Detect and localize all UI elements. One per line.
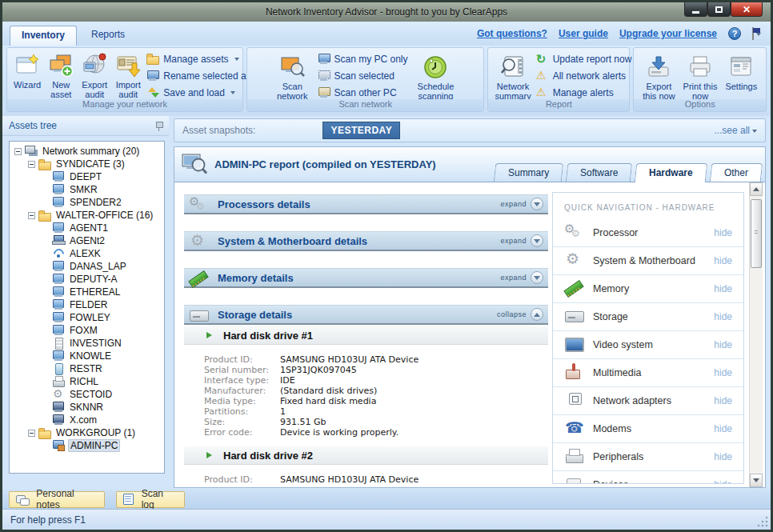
quick-nav-item[interactable]: System & Motherboard hide	[553, 246, 743, 274]
tree-item[interactable]: DANAS_LAP	[10, 260, 164, 273]
network-summary-button[interactable]: Network summary	[491, 52, 534, 102]
tree-item[interactable]: AGENT1	[10, 222, 164, 234]
export-this-now-button[interactable]: Export this now	[639, 52, 678, 102]
schedule-scanning-button[interactable]: Schedule scanning	[415, 52, 458, 102]
tree-item-icon	[52, 363, 65, 374]
see-all-link[interactable]: ...see all	[714, 125, 757, 136]
close-button[interactable]: ✕	[731, 2, 763, 17]
got-questions-link[interactable]: Got questions?	[477, 28, 547, 39]
all-network-alerts-button[interactable]: ⚠ All network alerts	[536, 70, 632, 82]
section-system-motherboard[interactable]: System & Motherboard details expand	[184, 231, 548, 251]
quick-nav-item-icon	[564, 391, 585, 410]
hide-link[interactable]: hide	[714, 227, 732, 238]
tree-item[interactable]: WALTER-OFFICE (16)	[10, 209, 164, 222]
tab-reports[interactable]: Reports	[80, 26, 136, 46]
tree-item[interactable]: Network summary (20)	[10, 145, 164, 158]
quick-nav-item[interactable]: Devices hide	[553, 470, 743, 484]
tab-hardware[interactable]: Hardware	[635, 163, 707, 182]
tree-item-icon	[38, 210, 51, 221]
tree-expander-icon[interactable]	[28, 212, 35, 219]
tree-item[interactable]: SECTOID	[10, 388, 164, 401]
tree-item[interactable]: AGENt2	[10, 234, 164, 247]
hide-link[interactable]: hide	[714, 367, 732, 378]
quick-nav-item-icon	[564, 447, 585, 466]
vertical-scrollbar[interactable]	[749, 182, 763, 487]
status-text: For help press F1	[10, 514, 86, 526]
tree-item[interactable]: FOWLEY	[10, 311, 164, 324]
hide-link[interactable]: hide	[714, 339, 732, 350]
quick-nav-item[interactable]: Memory hide	[553, 274, 743, 302]
section-storage[interactable]: Storage details collapse	[184, 305, 548, 325]
tree-item[interactable]: X.com	[10, 414, 164, 426]
tree-item[interactable]: SMKR	[10, 183, 164, 196]
scan-other-pc-button[interactable]: Scan other PC	[318, 86, 408, 98]
quick-nav-item[interactable]: Processor hide	[553, 218, 743, 246]
expand-button[interactable]	[531, 198, 543, 210]
tree-item[interactable]: ADMIN-PC	[10, 439, 164, 452]
tree-item[interactable]: FELDER	[10, 298, 164, 311]
wizard-button[interactable]: Wizard	[10, 50, 44, 91]
section-processors[interactable]: Processors details expand	[184, 194, 548, 214]
quick-nav-item[interactable]: Storage hide	[553, 302, 743, 330]
tree-item[interactable]: ETHEREAL	[10, 286, 164, 298]
quick-nav-item[interactable]: Multimedia hide	[553, 358, 743, 386]
scan-network-button[interactable]: Scan network	[274, 52, 311, 102]
update-report-now-button[interactable]: ↻ Update report now	[536, 53, 632, 65]
tab-software[interactable]: Software	[566, 163, 633, 182]
quick-nav-item[interactable]: Video system hide	[553, 330, 743, 358]
hide-link[interactable]: hide	[714, 479, 732, 484]
help-icon[interactable]: ?	[728, 27, 741, 40]
language-selector[interactable]	[752, 28, 761, 39]
tree-item[interactable]: KNOWLE	[10, 350, 164, 362]
tree-expander-icon[interactable]	[28, 430, 35, 437]
hide-link[interactable]: hide	[714, 255, 732, 266]
assets-tree-panel: Assets tree Network summary (20) SYNDICA…	[2, 116, 169, 490]
tree-item[interactable]: INVESTIGN	[10, 337, 164, 350]
scrollbar-thumb[interactable]	[751, 199, 762, 268]
hide-link[interactable]: hide	[714, 395, 732, 406]
tab-inventory[interactable]: Inventory	[10, 26, 77, 46]
quick-nav-item[interactable]: Modems hide	[553, 414, 743, 442]
upgrade-license-link[interactable]: Upgrade your license	[619, 28, 717, 39]
hide-link[interactable]: hide	[714, 311, 732, 322]
tree-item[interactable]: RESTR	[10, 362, 164, 375]
tab-other[interactable]: Other	[710, 163, 763, 182]
print-this-now-button[interactable]: Print this now	[680, 52, 721, 102]
scan-my-pc-only-button[interactable]: Scan my PC only	[318, 53, 408, 65]
tree-item[interactable]: SPENDER2	[10, 196, 164, 209]
personal-notes-tab[interactable]: Personal notes	[9, 491, 105, 508]
tree-expander-icon[interactable]	[14, 148, 22, 155]
tree-item[interactable]: FOXM	[10, 324, 164, 337]
maximize-button[interactable]	[707, 2, 731, 17]
scan-selected-button[interactable]: Scan selected	[318, 70, 408, 82]
expand-button[interactable]	[531, 271, 543, 284]
scan-log-tab[interactable]: Scan log	[116, 491, 185, 508]
section-memory[interactable]: Memory details expand	[184, 268, 548, 288]
quick-nav-item[interactable]: Network adapters hide	[553, 386, 743, 414]
minimize-button[interactable]	[684, 2, 707, 17]
pin-icon[interactable]	[155, 121, 162, 131]
tree-item[interactable]: SKNNR	[10, 401, 164, 414]
tree-item[interactable]: WORKGROUP (1)	[10, 426, 164, 439]
collapse-button[interactable]	[531, 308, 543, 321]
tree-item[interactable]: DEPUTY-A	[10, 273, 164, 286]
hide-link[interactable]: hide	[714, 423, 732, 434]
expand-button[interactable]	[531, 234, 543, 247]
quick-nav-item[interactable]: Peripherals hide	[553, 442, 743, 470]
tree-item[interactable]: DEEPT	[10, 170, 164, 183]
tree-item[interactable]: SYNDICATE (3)	[10, 158, 164, 170]
user-guide-link[interactable]: User guide	[559, 28, 608, 39]
tree-expander-icon[interactable]	[28, 161, 35, 168]
hide-link[interactable]: hide	[714, 451, 732, 462]
manage-alerts-button[interactable]: ⚠ Manage alerts	[536, 86, 632, 98]
hide-link[interactable]: hide	[714, 283, 732, 294]
resize-grip[interactable]	[757, 516, 768, 527]
new-asset-button[interactable]: New asset	[44, 50, 78, 101]
scroll-up-button[interactable]	[750, 182, 763, 196]
scroll-down-button[interactable]	[750, 474, 763, 487]
tab-summary[interactable]: Summary	[493, 163, 563, 182]
settings-button[interactable]: Settings	[722, 52, 760, 93]
tree-item[interactable]: RICHL	[10, 375, 164, 388]
tree-item[interactable]: ALEXK	[10, 247, 164, 260]
snapshot-yesterday-button[interactable]: YESTERDAY	[322, 122, 400, 139]
